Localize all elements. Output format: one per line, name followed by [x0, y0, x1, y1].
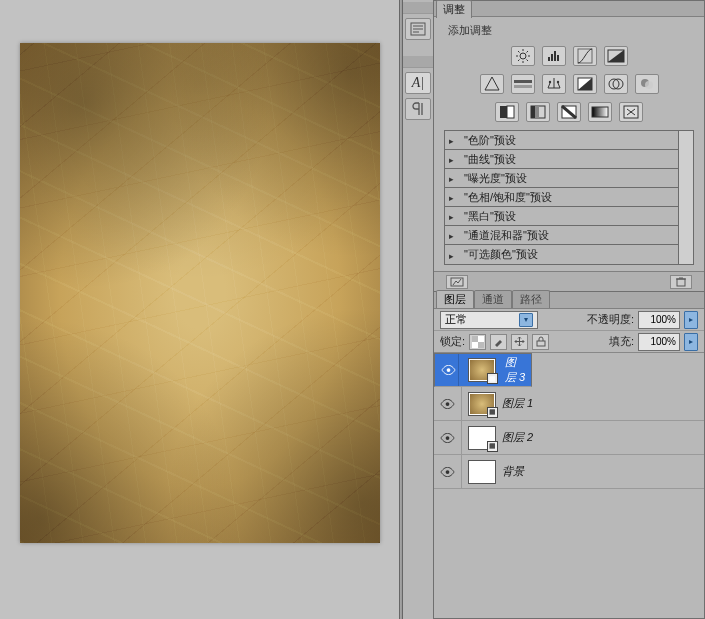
svg-point-11 [556, 81, 558, 83]
visibility-toggle[interactable] [434, 455, 462, 488]
canvas-area[interactable] [0, 0, 399, 619]
svg-rect-29 [478, 342, 484, 348]
svg-rect-5 [557, 55, 559, 61]
character-icon: A| [412, 75, 424, 91]
lock-transparency-icon[interactable] [469, 334, 486, 350]
svg-point-1 [520, 53, 526, 59]
layer-list: ▦图层 3▦图层 1▦图层 2背景 [434, 353, 704, 618]
adj-colorbalance-icon[interactable] [542, 74, 566, 94]
svg-rect-28 [472, 336, 478, 342]
adj-selectivecolor-icon[interactable] [619, 102, 643, 122]
adj-footer-toggle[interactable] [446, 275, 468, 289]
fill-input[interactable]: 100% [638, 333, 680, 351]
layer-row[interactable]: 背景 [434, 455, 704, 489]
opacity-arrow[interactable]: ▸ [684, 311, 698, 329]
layer-name[interactable]: 图层 3 [505, 355, 527, 385]
svg-rect-17 [500, 106, 507, 118]
disclosure-triangle-icon [449, 210, 458, 222]
tab-channels[interactable]: 通道 [474, 290, 512, 308]
layer-row[interactable]: ▦图层 3 [434, 353, 532, 387]
adj-footer-trash[interactable] [670, 275, 692, 289]
preset-item[interactable]: "曲线"预设 [445, 150, 678, 169]
svg-point-33 [446, 436, 450, 440]
dock-button-character[interactable]: A| [405, 72, 431, 94]
adj-photofilter-icon[interactable] [604, 74, 628, 94]
adj-hue-icon[interactable] [511, 74, 535, 94]
adj-bw-icon[interactable] [573, 74, 597, 94]
adj-vibrance-icon[interactable] [480, 74, 504, 94]
layer-name[interactable]: 图层 2 [502, 430, 533, 445]
svg-point-16 [645, 81, 653, 89]
svg-point-10 [548, 81, 550, 83]
dock-grip[interactable] [403, 56, 433, 68]
dock-strip: A| [403, 0, 433, 619]
opacity-label: 不透明度: [587, 312, 634, 327]
disclosure-triangle-icon [449, 191, 458, 203]
adj-brightness-icon[interactable] [511, 46, 535, 66]
layer-thumbnail[interactable] [468, 460, 496, 484]
adj-gradientmap-icon[interactable] [588, 102, 612, 122]
dock-grip[interactable] [403, 2, 433, 14]
dock-button-history[interactable] [405, 18, 431, 40]
lock-all-icon[interactable] [532, 334, 549, 350]
layer-thumbnail[interactable]: ▦ [468, 358, 496, 382]
preset-item[interactable]: "色阶"预设 [445, 131, 678, 150]
dropdown-arrow-icon: ▾ [519, 313, 533, 327]
visibility-toggle[interactable] [439, 354, 459, 386]
svg-rect-20 [531, 106, 535, 118]
svg-rect-9 [514, 85, 532, 88]
adjustments-titlebar[interactable]: 调整 [434, 1, 704, 17]
svg-rect-3 [551, 54, 553, 61]
blend-mode-value: 正常 [445, 312, 467, 327]
disclosure-triangle-icon [449, 153, 458, 165]
preset-scrollbar[interactable] [679, 130, 694, 265]
layer-name[interactable]: 背景 [502, 464, 524, 479]
svg-rect-2 [548, 57, 550, 61]
svg-point-32 [446, 402, 450, 406]
opacity-input[interactable]: 100% [638, 311, 680, 329]
layer-thumbnail[interactable]: ▦ [468, 426, 496, 450]
smartobject-badge-icon: ▦ [487, 441, 498, 452]
adjustments-tab[interactable]: 调整 [436, 0, 472, 18]
fill-arrow[interactable]: ▸ [684, 333, 698, 351]
adj-levels-icon[interactable] [542, 46, 566, 66]
adjustments-heading: 添加调整 [448, 23, 694, 38]
tab-layers[interactable]: 图层 [436, 290, 474, 308]
preset-item[interactable]: "色相/饱和度"预设 [445, 188, 678, 207]
preset-item[interactable]: "可选颜色"预设 [445, 245, 678, 264]
adj-curves-icon[interactable] [573, 46, 597, 66]
svg-point-31 [447, 368, 451, 372]
document-canvas[interactable] [20, 43, 380, 543]
visibility-toggle[interactable] [434, 421, 462, 454]
layer-row[interactable]: ▦图层 1 [434, 387, 704, 421]
svg-rect-23 [592, 107, 608, 117]
layers-panel: 图层 通道 路径 正常 ▾ 不透明度: 100% ▸ 锁定: [433, 292, 705, 619]
preset-item[interactable]: "黑白"预设 [445, 207, 678, 226]
svg-rect-21 [535, 106, 539, 118]
blend-mode-select[interactable]: 正常 ▾ [440, 311, 538, 329]
disclosure-triangle-icon [449, 134, 458, 146]
adj-invert-icon[interactable] [495, 102, 519, 122]
adj-posterize-icon[interactable] [526, 102, 550, 122]
layer-name[interactable]: 图层 1 [502, 396, 533, 411]
svg-rect-26 [677, 279, 685, 286]
preset-item[interactable]: "曝光度"预设 [445, 169, 678, 188]
tab-paths[interactable]: 路径 [512, 290, 550, 308]
lock-paint-icon[interactable] [490, 334, 507, 350]
disclosure-triangle-icon [449, 249, 458, 261]
adj-channelmixer-icon[interactable] [635, 74, 659, 94]
layer-thumbnail[interactable]: ▦ [468, 392, 496, 416]
lock-move-icon[interactable] [511, 334, 528, 350]
svg-rect-4 [554, 51, 556, 61]
svg-rect-30 [537, 341, 545, 346]
svg-point-34 [446, 470, 450, 474]
svg-rect-8 [514, 80, 532, 83]
adjustments-panel: 调整 添加调整 [433, 0, 705, 292]
adj-exposure-icon[interactable] [604, 46, 628, 66]
adj-threshold-icon[interactable] [557, 102, 581, 122]
svg-rect-18 [507, 106, 514, 118]
preset-item[interactable]: "通道混和器"预设 [445, 226, 678, 245]
visibility-toggle[interactable] [434, 387, 462, 420]
layer-row[interactable]: ▦图层 2 [434, 421, 704, 455]
dock-button-paragraph[interactable] [405, 98, 431, 120]
